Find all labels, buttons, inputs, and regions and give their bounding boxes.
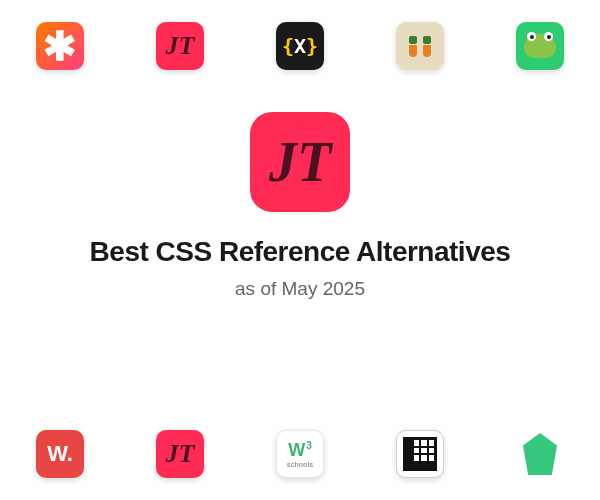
- hero-app-icon[interactable]: JT: [250, 112, 350, 212]
- flexbox-froggy-icon[interactable]: [516, 22, 564, 70]
- carrot-icon: [409, 36, 431, 57]
- page-subtitle: as of May 2025: [235, 278, 365, 300]
- css-battle-icon[interactable]: {X}: [276, 22, 324, 70]
- css-reference-icon[interactable]: JT: [156, 22, 204, 70]
- pi-icon: JT: [166, 31, 195, 61]
- pi-icon-large: JT: [269, 130, 331, 194]
- frog-icon: [524, 34, 556, 58]
- asterisk-icon: ✱: [43, 26, 77, 66]
- bulma-icon[interactable]: [516, 430, 564, 478]
- hero-section: JT Best CSS Reference Alternatives as of…: [0, 112, 600, 300]
- pi-icon: JT: [166, 439, 195, 469]
- awwwards-icon[interactable]: W.: [36, 430, 84, 478]
- bulma-shape-icon: [523, 433, 557, 475]
- w3-icon: W3 schools: [287, 441, 313, 468]
- learn-css-grid-icon[interactable]: [396, 430, 444, 478]
- braces-icon: {X}: [282, 34, 318, 58]
- top-icons-row: ✱ JT {X}: [0, 0, 600, 88]
- bottom-icons-row: W. JT W3 schools: [0, 412, 600, 500]
- w3schools-icon[interactable]: W3 schools: [276, 430, 324, 478]
- grid-icon: [403, 437, 437, 471]
- svg-backgrounds-icon[interactable]: ✱: [36, 22, 84, 70]
- page-title: Best CSS Reference Alternatives: [90, 236, 511, 268]
- grid-garden-icon[interactable]: [396, 22, 444, 70]
- w-icon: W.: [47, 441, 73, 467]
- css-reference-icon-2[interactable]: JT: [156, 430, 204, 478]
